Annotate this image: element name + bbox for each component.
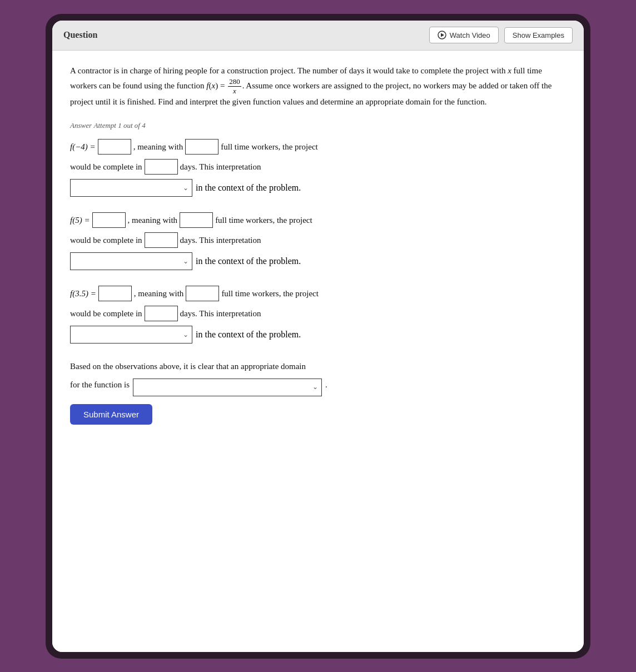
q2-interpretation-dropdown[interactable]: ⌄: [70, 252, 192, 270]
q1-days-input[interactable]: [145, 159, 178, 175]
q3-line1: f(3.5) = , meaning with full time worker…: [70, 286, 566, 301]
q2-days-input[interactable]: [145, 232, 178, 248]
chevron-down-icon: ⌄: [183, 184, 188, 192]
chevron-down-icon: ⌄: [183, 331, 188, 339]
question-block-1: f(−4) = , meaning with full time workers…: [70, 139, 566, 197]
q1-value-input[interactable]: [98, 139, 131, 155]
content-area: A contractor is in charge of hiring peop…: [52, 51, 584, 652]
top-bar: Question Watch Video Show Examples: [52, 21, 584, 51]
q2-context-text: in the context of the problem.: [196, 256, 301, 266]
watch-video-button[interactable]: Watch Video: [429, 27, 499, 43]
domain-period: .: [325, 377, 327, 392]
q1-line2: would be complete in days. This interpre…: [70, 159, 566, 175]
screen: Question Watch Video Show Examples A con…: [52, 21, 584, 652]
q3-days-text: days. This interpretation: [180, 306, 261, 321]
q3-workers-text: full time workers, the project: [221, 286, 319, 301]
domain-text2: for the function is: [70, 377, 130, 392]
question-block-3: f(3.5) = , meaning with full time worker…: [70, 286, 566, 344]
q3-meaning-text: , meaning with: [134, 286, 184, 301]
q1-workers-input[interactable]: [185, 139, 218, 155]
attempt-label: Attempt 1 out of 4: [94, 121, 146, 130]
page-title: Question: [63, 30, 97, 40]
domain-section: Based on the observations above, it is c…: [70, 359, 566, 396]
q3-line3: ⌄ in the context of the problem.: [70, 326, 566, 344]
q1-days-text: days. This interpretation: [180, 160, 261, 175]
chevron-down-icon: ⌄: [312, 381, 318, 394]
problem-text: A contractor is in charge of hiring peop…: [70, 64, 566, 109]
q2-complete-text: would be complete in: [70, 233, 142, 248]
q3-workers-input[interactable]: [186, 286, 219, 301]
q1-expr: f(−4) =: [70, 140, 96, 155]
domain-text1: Based on the observations above, it is c…: [70, 359, 306, 374]
q2-meaning-text: , meaning with: [128, 213, 178, 228]
answer-label: Answer Attempt 1 out of 4: [70, 121, 566, 130]
q2-line1: f(5) = , meaning with full time workers,…: [70, 212, 566, 228]
domain-dropdown[interactable]: ⌄: [133, 379, 322, 396]
question-block-2: f(5) = , meaning with full time workers,…: [70, 212, 566, 270]
play-icon: [438, 31, 446, 39]
show-examples-button[interactable]: Show Examples: [504, 27, 573, 43]
q2-days-text: days. This interpretation: [180, 233, 261, 248]
svg-marker-1: [441, 33, 444, 37]
q3-interpretation-dropdown[interactable]: ⌄: [70, 326, 192, 344]
submit-label: Submit Answer: [83, 410, 139, 419]
q3-value-input[interactable]: [98, 286, 132, 301]
q2-workers-input[interactable]: [180, 212, 213, 228]
watch-video-label: Watch Video: [450, 31, 490, 39]
q2-workers-text: full time workers, the project: [215, 213, 312, 228]
fraction: 280x: [228, 77, 241, 95]
q1-complete-text: would be complete in: [70, 160, 142, 175]
q3-complete-text: would be complete in: [70, 306, 142, 321]
q1-workers-text: full time workers, the project: [221, 140, 318, 155]
q2-line3: ⌄ in the context of the problem.: [70, 252, 566, 270]
q2-value-input[interactable]: [92, 212, 126, 228]
q1-context-text: in the context of the problem.: [196, 183, 301, 193]
q1-line3: ⌄ in the context of the problem.: [70, 179, 566, 197]
chevron-down-icon: ⌄: [183, 257, 188, 266]
domain-line1: Based on the observations above, it is c…: [70, 359, 566, 374]
q3-context-text: in the context of the problem.: [196, 330, 301, 340]
q2-line2: would be complete in days. This interpre…: [70, 232, 566, 248]
q1-line1: f(−4) = , meaning with full time workers…: [70, 139, 566, 155]
q2-expr: f(5) =: [70, 213, 90, 228]
q1-meaning-text: , meaning with: [133, 140, 183, 155]
q3-expr: f(3.5) =: [70, 286, 96, 301]
tablet-frame: Question Watch Video Show Examples A con…: [46, 14, 590, 659]
domain-line2: for the function is ⌄ .: [70, 377, 566, 396]
q3-days-input[interactable]: [145, 306, 178, 321]
submit-answer-button[interactable]: Submit Answer: [70, 404, 152, 425]
q1-interpretation-dropdown[interactable]: ⌄: [70, 179, 192, 197]
q3-line2: would be complete in days. This interpre…: [70, 306, 566, 321]
show-examples-label: Show Examples: [513, 31, 564, 39]
